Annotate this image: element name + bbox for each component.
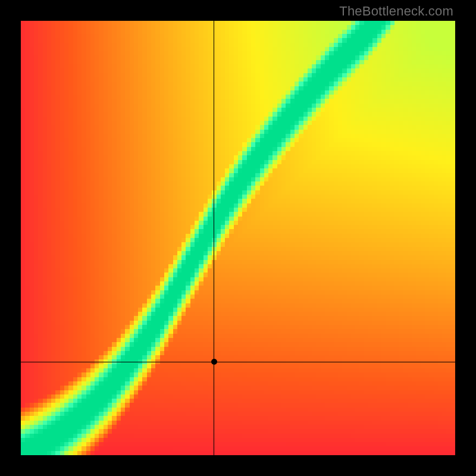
crosshair-vertical <box>214 21 214 455</box>
marker-dot <box>211 359 217 365</box>
heatmap-plot <box>21 21 455 455</box>
watermark-text: TheBottleneck.com <box>339 4 453 19</box>
chart-frame: TheBottleneck.com <box>0 0 476 476</box>
heatmap-canvas <box>21 21 455 455</box>
crosshair-horizontal <box>21 362 455 362</box>
